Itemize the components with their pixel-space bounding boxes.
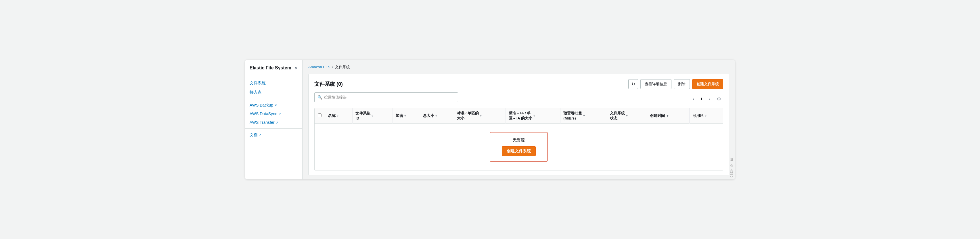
- table-settings-button[interactable]: ⚙: [714, 95, 723, 103]
- sort-icon: ▿: [705, 114, 706, 117]
- sort-icon: ▿: [337, 114, 339, 117]
- breadcrumb-separator: ›: [332, 65, 333, 69]
- refresh-button[interactable]: ↻: [628, 79, 638, 89]
- main-content: Amazon EFS › 文件系统 文件系统 (0) ↻ 查看详细信息 删除 创…: [302, 60, 735, 180]
- sort-icon: ▿: [533, 114, 535, 117]
- table-col-availability-zone: 可用区 ▿: [689, 108, 723, 124]
- sidebar-close-button[interactable]: ×: [294, 66, 298, 71]
- empty-state-box: 无资源 创建文件系统: [490, 132, 547, 162]
- search-input[interactable]: [324, 95, 455, 99]
- table-col-encryption: 加密 ▿: [393, 108, 420, 124]
- sidebar-item-access-points[interactable]: 接入点: [245, 88, 302, 97]
- delete-button[interactable]: 删除: [674, 79, 690, 89]
- external-link-icon: ➚: [259, 133, 261, 137]
- sidebar-divider-1: [245, 99, 302, 99]
- search-icon: 🔍: [317, 95, 322, 99]
- sort-icon: ▿: [372, 114, 373, 117]
- panel-header: 文件系统 (0) ↻ 查看详细信息 删除 创建文件系统: [314, 79, 723, 89]
- sort-icon: ▿: [583, 114, 585, 117]
- table-col-standard-size: 标准 / 单区的 大小 ▿: [454, 108, 506, 124]
- table-col-provisioned-throughput: 预置吞吐量 (MiB/s) ▿: [560, 108, 607, 124]
- sidebar-divider-2: [245, 128, 302, 129]
- sidebar: Elastic File System × 文件系统 接入点 AWS Backu…: [245, 60, 302, 180]
- panel-actions: ↻ 查看详细信息 删除 创建文件系统: [628, 79, 723, 89]
- table-col-total-size: 总大小 ▿: [420, 108, 454, 124]
- sidebar-item-aws-backup[interactable]: AWS Backup ➚: [245, 101, 302, 109]
- table-col-fs-status: 文件系统 状态 ▿: [607, 108, 647, 124]
- select-all-checkbox[interactable]: [318, 114, 321, 117]
- create-fs-button-header[interactable]: 创建文件系统: [692, 79, 723, 89]
- file-systems-table: 名称 ▿ 文件系统 ID ▿: [314, 108, 723, 170]
- watermark: CSDN @中英英-: [730, 162, 734, 178]
- sidebar-item-aws-datasync[interactable]: AWS DataSync ➚: [245, 109, 302, 118]
- external-link-icon: ➚: [274, 103, 277, 107]
- sort-icon: ▼: [666, 114, 669, 117]
- search-pagination-row: 🔍 ‹ 1 › ⚙: [314, 92, 723, 106]
- table-col-created-time: 创建时间 ▼: [647, 108, 690, 124]
- sidebar-item-docs[interactable]: 文档 ➚: [245, 130, 302, 140]
- table-col-name: 名称 ▿: [325, 108, 353, 124]
- sidebar-title: Elastic File System: [250, 65, 291, 71]
- content-panel: 文件系统 (0) ↻ 查看详细信息 删除 创建文件系统 🔍 ‹: [308, 74, 729, 175]
- breadcrumb-parent-link[interactable]: Amazon EFS: [308, 65, 330, 69]
- empty-state-text: 无资源: [513, 138, 525, 143]
- panel-title: 文件系统 (0): [314, 81, 343, 88]
- sort-icon: ▿: [404, 114, 406, 117]
- pagination-prev-button[interactable]: ‹: [690, 95, 698, 103]
- empty-state: 无资源 创建文件系统: [315, 124, 723, 170]
- settings-icon: ⚙: [717, 96, 721, 102]
- table-col-checkbox: [315, 108, 325, 124]
- table-col-fs-id: 文件系统 ID ▿: [353, 108, 393, 124]
- external-link-icon: ➚: [278, 112, 281, 116]
- pagination-current: 1: [699, 97, 704, 101]
- sidebar-nav: 文件系统 接入点 AWS Backup ➚ AWS DataSync ➚ AWS…: [245, 75, 302, 143]
- table-col-standard-ia-size: 标准 – IA / 单 区 – IA 的大小 ▿: [506, 108, 560, 124]
- create-fs-button-empty[interactable]: 创建文件系统: [502, 146, 536, 156]
- sort-icon: ▿: [626, 114, 628, 117]
- breadcrumb: Amazon EFS › 文件系统: [308, 64, 729, 70]
- sidebar-header: Elastic File System ×: [245, 60, 302, 75]
- search-bar: 🔍: [314, 92, 458, 102]
- view-details-button[interactable]: 查看详细信息: [640, 79, 671, 89]
- pagination-next-button[interactable]: ›: [705, 95, 713, 103]
- table-body: 无资源 创建文件系统: [315, 123, 723, 170]
- external-link-icon: ➚: [276, 121, 278, 124]
- sidebar-item-aws-transfer[interactable]: AWS Transfer ➚: [245, 118, 302, 127]
- breadcrumb-current: 文件系统: [335, 64, 350, 70]
- table-header-row: 名称 ▿ 文件系统 ID ▿: [315, 108, 723, 124]
- refresh-icon: ↻: [632, 82, 635, 87]
- sort-icon: ▿: [435, 114, 437, 117]
- empty-state-row: 无资源 创建文件系统: [315, 123, 723, 170]
- pagination-controls: ‹ 1 › ⚙: [690, 95, 723, 103]
- sidebar-item-file-systems[interactable]: 文件系统: [245, 79, 302, 88]
- sort-icon: ▿: [480, 114, 482, 117]
